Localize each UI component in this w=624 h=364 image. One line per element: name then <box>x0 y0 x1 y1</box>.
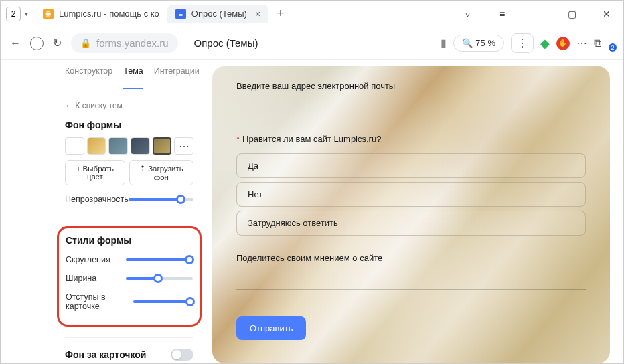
adblock-icon[interactable]: ✋ <box>556 37 570 50</box>
editor-tabs: Конструктор Тема Интеграции Настройки От… <box>65 66 193 89</box>
width-slider[interactable] <box>126 277 193 280</box>
back-button[interactable]: ← <box>10 37 21 50</box>
rounding-slider[interactable] <box>126 258 193 261</box>
tab-theme[interactable]: Тема <box>123 66 143 89</box>
sidebar: Конструктор Тема Интеграции Настройки От… <box>1 60 208 363</box>
url-box[interactable]: 🔒 forms.yandex.ru <box>71 33 178 53</box>
divider <box>65 337 193 338</box>
content: Конструктор Тема Интеграции Настройки От… <box>1 60 623 363</box>
overflow-icon[interactable]: ⋯ <box>576 37 587 50</box>
browser-tab-strip: 2 ▾ ◉ Lumpics.ru - помощь с ко ≡ Опрос (… <box>1 1 623 27</box>
url-text: forms.yandex.ru <box>96 37 169 49</box>
back-link[interactable]: ← К списку тем <box>65 101 193 110</box>
zoom-control[interactable]: 🔍75 % <box>453 35 504 52</box>
tab-title: Опрос (Темы) <box>191 9 247 19</box>
option-yes[interactable]: Да <box>236 153 586 178</box>
chevron-down-icon[interactable]: ▾ <box>25 10 28 17</box>
lock-icon: 🔒 <box>80 38 91 48</box>
bg-thumb-4[interactable] <box>131 137 150 155</box>
padding-slider[interactable] <box>133 300 193 303</box>
submit-button[interactable]: Отправить <box>236 316 306 340</box>
tab-title: Lumpics.ru - помощь с ко <box>59 9 159 19</box>
downloads-icon[interactable]: ↓2 <box>608 36 614 50</box>
email-input[interactable] <box>236 100 586 120</box>
window-close-button[interactable]: ✕ <box>595 3 618 25</box>
reload-button[interactable]: ↻ <box>53 37 62 50</box>
option-unsure[interactable]: Затрудняюсь ответить <box>236 211 586 236</box>
tab-forms[interactable]: ≡ Опрос (Темы) × <box>167 5 268 23</box>
address-bar: ← ↻ 🔒 forms.yandex.ru Опрос (Темы) ▮ 🔍75… <box>1 27 623 60</box>
maximize-button[interactable]: ▢ <box>560 3 583 25</box>
close-icon[interactable]: × <box>255 9 260 19</box>
rounding-label: Скругления <box>66 255 110 264</box>
upload-bg-button[interactable]: ⇡ Загрузить фон <box>129 160 193 185</box>
tab-count[interactable]: 2 <box>6 7 21 21</box>
cardbg-toggle[interactable] <box>171 349 193 361</box>
search-icon: 🔍 <box>462 38 473 48</box>
bg-thumbnails: ⋯ <box>65 137 193 155</box>
opinion-input[interactable] <box>236 272 586 290</box>
minimize-button[interactable]: — <box>526 3 548 25</box>
bg-thumb-more[interactable]: ⋯ <box>174 137 193 155</box>
padding-label: Отступы в карточке <box>66 292 133 311</box>
shield-icon[interactable]: ◆ <box>540 36 550 51</box>
section-styles-title: Стили формы <box>66 235 193 246</box>
tab-lumpics[interactable]: ◉ Lumpics.ru - помощь с ко <box>35 5 167 23</box>
q1-label: *Нравится ли вам сайт Lumpics.ru? <box>236 134 586 144</box>
pick-color-button[interactable]: + Выбрать цвет <box>65 160 125 185</box>
new-tab-button[interactable]: + <box>272 6 289 22</box>
menu-icon[interactable]: ≡ <box>491 3 514 25</box>
width-label: Ширина <box>66 274 96 283</box>
bg-thumb-2[interactable] <box>87 137 106 155</box>
page-title: Опрос (Темы) <box>194 37 258 49</box>
bg-thumb-white[interactable] <box>65 137 84 155</box>
extensions-icon[interactable]: ⧉ <box>594 37 601 50</box>
bg-thumb-3[interactable] <box>108 137 128 155</box>
more-icon[interactable]: ⋮ <box>511 33 534 53</box>
tab-constructor[interactable]: Конструктор <box>65 66 112 89</box>
option-no[interactable]: Нет <box>236 182 586 207</box>
bg-thumb-5[interactable] <box>153 137 172 155</box>
q2-label: Поделитесь своим мнением о сайте <box>236 253 586 263</box>
opacity-slider[interactable] <box>129 198 193 201</box>
opacity-label: Непрозрачность <box>65 195 129 204</box>
reader-icon[interactable]: ▮ <box>441 37 447 50</box>
form-card: Введите ваш адрес электронной почты *Нра… <box>212 66 610 363</box>
divider <box>65 215 193 215</box>
favicon-forms: ≡ <box>175 9 186 19</box>
section-bg-title: Фон формы <box>65 120 193 130</box>
section-cardbg-title: Фон за карточкой <box>65 349 146 360</box>
email-label: Введите ваш адрес электронной почты <box>236 81 586 91</box>
yandex-icon[interactable] <box>30 37 44 50</box>
bookmark-icon[interactable]: ▿ <box>456 3 479 25</box>
form-preview: Введите ваш адрес электронной почты *Нра… <box>208 60 623 363</box>
styles-highlight: Стили формы Скругления Ширина Отступы в … <box>57 226 202 327</box>
favicon-lumpics: ◉ <box>43 9 54 19</box>
tab-integrations[interactable]: Интеграции <box>154 66 200 89</box>
